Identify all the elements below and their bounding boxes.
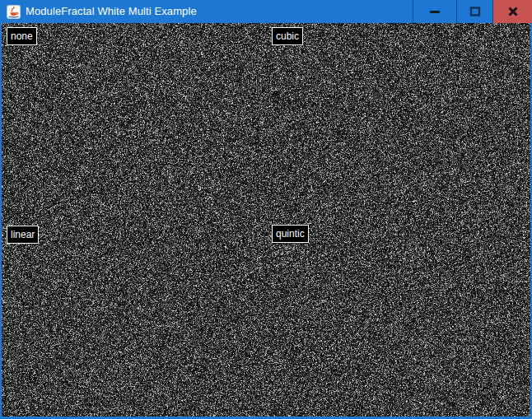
- label-linear: linear: [7, 226, 39, 244]
- noise-viewport[interactable]: none cubic linear quintic: [0, 23, 532, 419]
- maximize-icon: [469, 6, 481, 17]
- window-controls: [413, 0, 532, 23]
- maximize-button[interactable]: [456, 0, 492, 23]
- close-icon: [507, 6, 519, 17]
- noise-canvas: [2, 23, 530, 417]
- window-title: ModuleFractal White Multi Example: [26, 0, 413, 23]
- java-coffee-cup-icon: [7, 5, 21, 19]
- app-window: ModuleFractal White Multi Example none c: [0, 0, 532, 419]
- label-cubic: cubic: [272, 27, 303, 45]
- minimize-icon: [429, 6, 441, 17]
- label-quintic: quintic: [272, 225, 309, 243]
- minimize-button[interactable]: [413, 0, 456, 23]
- close-button[interactable]: [492, 0, 532, 23]
- label-none: none: [7, 27, 37, 45]
- titlebar[interactable]: ModuleFractal White Multi Example: [0, 0, 532, 23]
